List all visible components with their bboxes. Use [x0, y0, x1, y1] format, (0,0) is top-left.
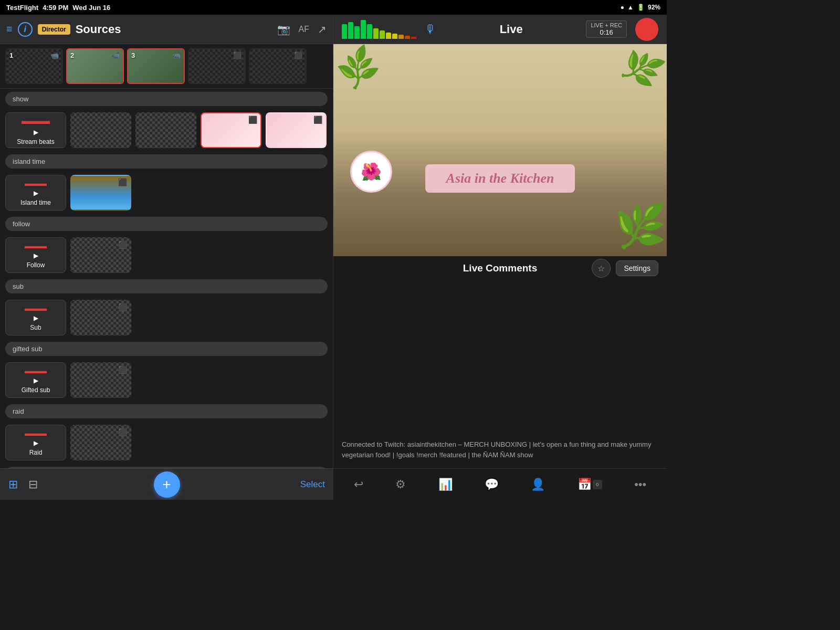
gifted-sub-label: Gifted sub: [22, 386, 50, 394]
main-layout: ≡ i Director Sources 📷 AF ↗ 1 📹 2 📹: [0, 15, 667, 500]
follow-audio[interactable]: ▬▬▬ ▶ Follow: [5, 237, 66, 273]
toolbar-stats[interactable]: 📊: [434, 476, 457, 494]
raid-label: Raid: [29, 449, 43, 456]
audio-wave-icon-6: ▬▬▬: [25, 429, 47, 437]
schedule-badge: 0: [593, 480, 602, 489]
toolbar-schedule[interactable]: 📅 0: [573, 476, 606, 494]
time: 4:59 PM: [43, 4, 68, 12]
status-right: ● ▲ 🔋 92%: [621, 4, 660, 11]
app-name: TestFlight: [6, 4, 38, 12]
camera-icon[interactable]: 📷: [277, 23, 290, 36]
audio-bar: [380, 30, 385, 39]
star-button[interactable]: ☆: [592, 259, 611, 278]
section-show: show: [5, 92, 328, 106]
audio-bar: [354, 26, 360, 39]
live-label: Live: [445, 23, 578, 36]
live-rec-badge: LIVE + REC 0:16: [586, 20, 627, 38]
section-sub: sub: [5, 279, 328, 293]
stream-beats-row: ▬▬▬ ▶ Stream beats ⬛ ⬛: [0, 109, 333, 151]
info-icon[interactable]: i: [18, 22, 33, 37]
select-button[interactable]: Select: [300, 479, 325, 490]
stats-icon: 📊: [438, 478, 453, 491]
record-button[interactable]: [635, 18, 658, 41]
toolbar-chat[interactable]: 💬: [480, 476, 503, 494]
comments-actions: ☆ Settings: [592, 259, 658, 278]
island-time-audio[interactable]: ▬▬▬ ▶ Island time: [5, 175, 66, 211]
raid-audio[interactable]: ▬▬▬ ▶ Raid: [5, 425, 66, 460]
audio-bar: [405, 36, 410, 39]
wifi-icon: ▲: [627, 4, 634, 11]
audio-bar: [398, 35, 404, 39]
scene-1[interactable]: 1 📹: [5, 48, 63, 84]
signal-icon: ●: [621, 4, 624, 11]
scene-3[interactable]: 3 📹: [127, 48, 185, 84]
overlay-banner: Asia in the Kitchen: [425, 164, 575, 193]
layout-icon[interactable]: ⊟: [28, 478, 38, 491]
sources-title: Sources: [76, 23, 272, 36]
live-comments-header: Live Comments ☆ Settings: [333, 256, 667, 280]
sub-label: Sub: [30, 324, 41, 331]
right-top-bar: 🎙 Live LIVE + REC 0:16: [333, 15, 667, 44]
audio-wave-icon-4: ▬▬▬: [25, 304, 47, 312]
play-icon-3: ▶: [34, 252, 38, 259]
stream-beats-audio[interactable]: ▬▬▬ ▶ Stream beats: [5, 112, 66, 148]
bottom-toolbar-left: ⊞ ⊟ + Select: [0, 468, 333, 500]
live-comments-section: Live Comments ☆ Settings Connected to Tw…: [333, 256, 667, 468]
audio-bar: [342, 24, 347, 39]
sub-row: ▬▬▬ ▶ Sub ⬛: [0, 297, 333, 339]
stream-beats-thumb-3[interactable]: ⬛: [201, 112, 261, 148]
follow-thumb[interactable]: ⬛: [70, 237, 131, 273]
layers-icon-5: ⬛: [118, 303, 127, 311]
audio-bar: [411, 37, 416, 39]
audio-bars: [342, 20, 416, 39]
live-preview: 🌿 🌿 🌿 🌺 Asia in the Kitchen: [333, 44, 667, 256]
raid-thumb[interactable]: ⬛: [70, 425, 131, 460]
audio-wave-icon: ▬▬▬: [22, 116, 50, 127]
layers-icon-6: ⬛: [118, 365, 127, 374]
toolbar-profile[interactable]: 👤: [527, 476, 549, 494]
scene-2[interactable]: 2 📹: [66, 48, 124, 84]
director-badge[interactable]: Director: [38, 24, 70, 35]
schedule-icon: 📅: [578, 478, 592, 491]
stream-beats-thumb-4[interactable]: ⬛: [266, 112, 327, 148]
battery-percent: 92%: [648, 4, 660, 11]
right-panel: 🎙 Live LIVE + REC 0:16 🌿 🌿 🌿 🌺 Asia in t…: [333, 15, 667, 500]
share-icon[interactable]: ↗: [318, 23, 327, 36]
island-time-row: ▬▬▬ ▶ Island time ⬛: [0, 172, 333, 214]
mic-icon[interactable]: 🎙: [425, 23, 436, 36]
scene-4[interactable]: ⬛: [188, 48, 246, 84]
battery-icon: 🔋: [637, 4, 645, 11]
grid-view-icon[interactable]: ⊞: [8, 478, 18, 491]
audio-wave-icon-3: ▬▬▬: [25, 242, 47, 250]
stream-beats-thumb-1[interactable]: [70, 112, 131, 148]
scene-5[interactable]: ⬛: [249, 48, 307, 84]
toolbar-settings[interactable]: ⚙: [391, 476, 410, 494]
stream-beats-label: Stream beats: [17, 138, 54, 145]
audio-wave-icon-2: ▬▬▬: [25, 179, 47, 187]
follow-row: ▬▬▬ ▶ Follow ⬛: [0, 234, 333, 276]
audio-bar: [348, 22, 353, 39]
layers-icon: ⬛: [248, 116, 257, 124]
section-island-time: island time: [5, 154, 328, 169]
layers-icon-7: ⬛: [118, 428, 127, 436]
section-gifted-sub: gifted sub: [5, 342, 328, 356]
live-comments-title: Live Comments: [463, 262, 537, 274]
menu-icon[interactable]: ≡: [6, 23, 13, 35]
add-button[interactable]: +: [154, 471, 180, 498]
stream-beats-thumb-2[interactable]: [135, 112, 196, 148]
comments-settings-button[interactable]: Settings: [616, 260, 658, 276]
left-scroll[interactable]: show ▬▬▬ ▶ Stream beats ⬛ ⬛ island time: [0, 89, 333, 500]
gifted-sub-thumb[interactable]: ⬛: [70, 362, 131, 398]
island-time-thumb[interactable]: ⬛: [70, 175, 131, 211]
toolbar-more[interactable]: •••: [630, 476, 650, 494]
sub-thumb[interactable]: ⬛: [70, 300, 131, 335]
play-icon: ▶: [34, 129, 38, 136]
sub-audio[interactable]: ▬▬▬ ▶ Sub: [5, 300, 66, 335]
toolbar-undo[interactable]: ↩: [350, 476, 368, 494]
gifted-sub-audio[interactable]: ▬▬▬ ▶ Gifted sub: [5, 362, 66, 398]
audio-bar: [386, 33, 391, 39]
af-label[interactable]: AF: [299, 25, 309, 34]
date: Wed Jun 16: [72, 4, 110, 12]
kitchen-scene: 🌿 🌿 🌿 🌺 Asia in the Kitchen: [333, 44, 667, 256]
top-bar-icons: 📷 AF ↗: [277, 23, 327, 36]
